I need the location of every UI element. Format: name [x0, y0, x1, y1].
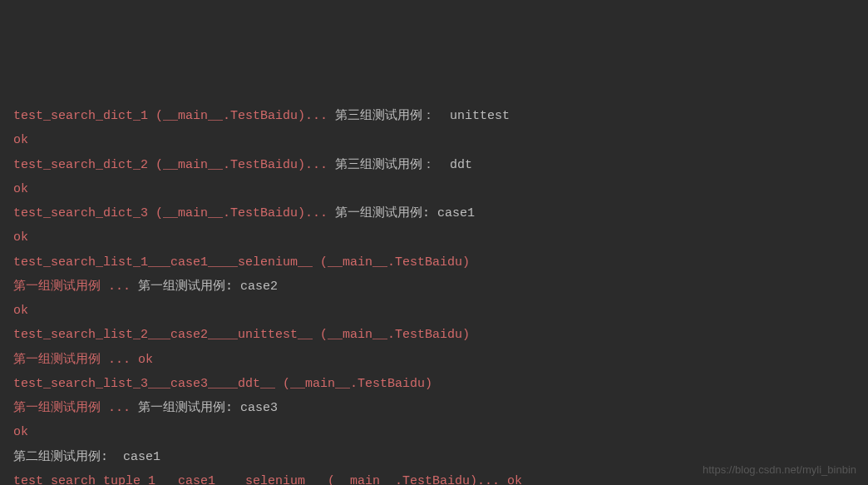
terminal-line: test_search_list_1___case1____selenium__… [13, 250, 855, 275]
stderr-text: test_search_list_2___case2____unittest__… [13, 328, 470, 342]
stdout-text: 第一组测试用例: case1 [335, 206, 475, 220]
terminal-line: ok [13, 128, 855, 152]
stderr-text: test_search_tuple_1___case1____selenium_… [13, 474, 522, 485]
stderr-text: ok [13, 304, 28, 318]
stderr-text: test_search_list_3___case3____ddt__ (__m… [13, 377, 432, 391]
stderr-text: test_search_dict_1 (__main__.TestBaidu).… [13, 109, 335, 123]
stderr-text: test_search_dict_2 (__main__.TestBaidu).… [13, 158, 335, 172]
stdout-text: 第一组测试用例: case2 [138, 280, 278, 294]
stderr-text: ok [13, 230, 28, 245]
terminal-line: test_search_list_3___case3____ddt__ (__m… [13, 372, 855, 396]
stderr-text: ok [13, 425, 28, 439]
terminal-line: test_search_list_2___case2____unittest__… [13, 323, 855, 347]
stderr-text: ok [13, 133, 28, 147]
stdout-text: 第三组测试用例： unittest [335, 109, 510, 123]
terminal-line: test_search_dict_3 (__main__.TestBaidu).… [13, 201, 855, 225]
terminal-line: 第一组测试用例 ... ok [13, 348, 855, 372]
stderr-text: 第一组测试用例 ... [13, 401, 138, 415]
terminal-line: ok [13, 420, 855, 444]
stderr-text: 第一组测试用例 ... [13, 280, 138, 294]
stdout-text: 第一组测试用例: case3 [138, 401, 278, 415]
terminal-line: ok [13, 299, 855, 323]
terminal-line: ok [13, 225, 855, 250]
stderr-text: ok [13, 182, 28, 196]
stdout-text: 第二组测试用例: case1 [13, 450, 160, 464]
terminal-line: 第一组测试用例 ... 第一组测试用例: case2 [13, 275, 855, 299]
terminal-output: test_search_dict_1 (__main__.TestBaidu).… [13, 104, 855, 485]
terminal-line: 第一组测试用例 ... 第一组测试用例: case3 [13, 396, 855, 420]
terminal-line: ok [13, 177, 855, 201]
stderr-text: 第一组测试用例 ... ok [13, 353, 153, 367]
terminal-line: test_search_dict_1 (__main__.TestBaidu).… [13, 104, 855, 128]
watermark-text: https://blog.csdn.net/myli_binbin [703, 459, 856, 480]
stdout-text: 第三组测试用例： ddt [335, 158, 472, 172]
stderr-text: test_search_dict_3 (__main__.TestBaidu).… [13, 206, 335, 220]
stderr-text: test_search_list_1___case1____selenium__… [13, 255, 470, 270]
terminal-line: test_search_dict_2 (__main__.TestBaidu).… [13, 153, 855, 177]
